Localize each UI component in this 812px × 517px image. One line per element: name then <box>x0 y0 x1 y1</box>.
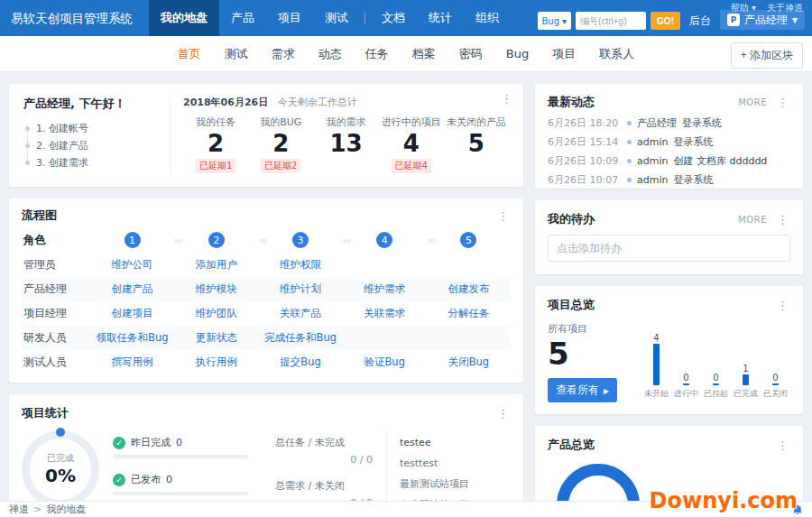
subnav-task[interactable]: 任务 <box>354 36 401 72</box>
card-menu-icon[interactable]: ⋮ <box>775 299 790 312</box>
help-link[interactable]: 帮助 ▾ <box>731 2 756 14</box>
flow-action-link[interactable]: 维护团队 <box>196 307 237 319</box>
flow-action-link[interactable]: 执行用例 <box>196 355 237 368</box>
flow-action-link[interactable]: 提交Bug <box>280 355 320 368</box>
subnav-doc[interactable]: 档案 <box>401 36 448 72</box>
actor-dot-icon <box>627 159 632 163</box>
nav-test[interactable]: 测试 <box>313 0 360 36</box>
card-menu-icon[interactable]: ⋮ <box>499 92 514 106</box>
card-menu-icon[interactable]: ⋮ <box>495 209 511 223</box>
project-list-item[interactable]: 最新测试站项目 <box>400 474 511 494</box>
flow-action-link[interactable]: 创建产品 <box>112 282 153 295</box>
stat-my-stories[interactable]: 我的需求 13 <box>313 115 378 173</box>
news-item[interactable]: 6月26日 18:20 产品经理 登录系统 <box>548 114 790 133</box>
subnav-project[interactable]: 项目 <box>540 36 587 72</box>
nav-project[interactable]: 项目 <box>266 0 313 36</box>
card-menu-icon[interactable]: ⋮ <box>775 213 790 226</box>
nav-doc[interactable]: 文档 <box>370 0 417 36</box>
flow-action-link[interactable]: 创建项目 <box>112 307 153 319</box>
about-link[interactable]: 关于禅道 <box>767 2 803 14</box>
chart-bar-done: 1 已完成 <box>731 364 761 400</box>
subnav-password[interactable]: 密码 <box>448 36 494 72</box>
flow-action-link[interactable]: 撰写用例 <box>112 355 153 368</box>
subnav-story[interactable]: 需求 <box>260 36 307 72</box>
flow-action-link[interactable]: 关联产品 <box>280 307 321 319</box>
completion-donut-chart: 已完成 0% <box>22 430 99 508</box>
ratio-label: 总需求 / 未关闭 <box>275 479 373 493</box>
flow-action-link[interactable]: 添加用户 <box>196 258 237 271</box>
subnav-dynamic[interactable]: 动态 <box>307 36 354 72</box>
add-block-button[interactable]: + 添加区块 <box>731 42 803 69</box>
bar-value: 0 <box>713 373 718 383</box>
nav-stats[interactable]: 统计 <box>417 0 464 36</box>
news-action: 登录系统 <box>673 133 713 152</box>
breadcrumb-separator: > <box>33 503 42 515</box>
news-item[interactable]: 6月26日 10:07 admin 登录系统 <box>548 171 790 189</box>
go-button[interactable]: GO! <box>651 12 680 30</box>
subnav-home[interactable]: 首页 <box>166 36 213 72</box>
subnav-test[interactable]: 测试 <box>213 36 260 72</box>
project-list-item[interactable]: testtest <box>400 453 511 474</box>
search-input[interactable] <box>576 12 646 30</box>
stat-label: 我的需求 <box>313 115 378 129</box>
flow-action-link[interactable]: 维护公司 <box>112 258 153 271</box>
search-type-select[interactable]: Bug ▾ <box>538 12 572 30</box>
bar-label: 进行中 <box>674 388 698 400</box>
chevron-down-icon: ▾ <box>752 3 756 13</box>
help-label: 帮助 <box>731 3 749 13</box>
step-number-1: 1 <box>125 232 141 248</box>
stat-row: 我的任务 2 已延期1 我的BUG 2 已延期2 我的需求 13 <box>183 115 509 173</box>
overview-summary: 所有项目 5 查看所有 ▸ <box>548 320 641 402</box>
flow-action-link[interactable]: 分解任务 <box>448 307 489 319</box>
nav-my-dashboard[interactable]: 我的地盘 <box>149 0 219 36</box>
view-all-button[interactable]: 查看所有 ▸ <box>548 378 617 402</box>
flow-action-link[interactable]: 维护权限 <box>280 258 321 271</box>
flow-action-link[interactable]: 完成任务和Bug <box>264 331 337 344</box>
news-item[interactable]: 6月26日 10:09 admin 创建 文档库 dddddd <box>548 152 790 171</box>
chevron-down-icon: ▾ <box>562 16 567 26</box>
flow-action-link[interactable]: 领取任务和Bug <box>97 331 169 344</box>
welcome-card: ⋮ 产品经理, 下午好！ 1. 创建帐号 2. 创建产品 3. 创建需求 201… <box>9 84 523 187</box>
step-create-story[interactable]: 3. 创建需求 <box>36 154 157 171</box>
breadcrumb-home[interactable]: 禅道 <box>9 503 29 516</box>
flow-action-link[interactable]: 维护模块 <box>196 282 237 295</box>
news-item[interactable]: 6月26日 15:14 admin 登录系统 <box>548 133 790 152</box>
more-link[interactable]: MORE <box>738 97 767 107</box>
card-menu-icon[interactable]: ⋮ <box>775 96 790 109</box>
card-menu-icon[interactable]: ⋮ <box>775 439 790 452</box>
add-block-label: 添加区块 <box>750 49 793 61</box>
breadcrumb-current: 我的地盘 <box>46 503 86 516</box>
all-projects-count: 5 <box>548 336 641 372</box>
flow-action-link[interactable]: 验证Bug <box>364 355 404 368</box>
card-title: 产品总览 <box>548 437 595 453</box>
stat-active-projects[interactable]: 进行中的项目 4 已延期4 <box>379 115 444 173</box>
flow-action-link[interactable]: 更新状态 <box>196 331 237 344</box>
add-todo-input[interactable] <box>548 235 790 262</box>
metric-finished-yesterday: ✓ 昨日完成 0 <box>113 436 262 458</box>
flow-action-link[interactable]: 创建发布 <box>448 282 489 295</box>
role-header: 角色 <box>22 233 90 248</box>
step-create-product[interactable]: 2. 创建产品 <box>36 137 157 154</box>
nav-product[interactable]: 产品 <box>219 0 266 36</box>
progress-dot-icon <box>56 428 65 437</box>
stat-label: 我的任务 <box>183 115 248 129</box>
admin-link[interactable]: 后台 <box>685 12 715 30</box>
card-menu-icon[interactable]: ⋮ <box>495 407 511 420</box>
step-number-5: 5 <box>460 232 476 248</box>
stat-my-tasks[interactable]: 我的任务 2 已延期1 <box>183 115 248 173</box>
subnav-bug[interactable]: Bug <box>494 36 540 72</box>
step-create-account[interactable]: 1. 创建帐号 <box>36 120 157 137</box>
more-link[interactable]: MORE <box>738 215 767 225</box>
subnav-contacts[interactable]: 联系人 <box>587 36 646 72</box>
stat-label: 进行中的项目 <box>379 115 444 129</box>
project-list-item[interactable]: testee <box>400 432 511 453</box>
nav-org[interactable]: 组织 <box>464 0 511 36</box>
metric-label: 已发布 <box>131 473 161 486</box>
stat-open-products[interactable]: 未关闭的产品 5 <box>444 115 509 173</box>
actor-dot-icon <box>627 178 632 182</box>
flow-action-link[interactable]: 维护计划 <box>280 282 321 295</box>
stat-my-bugs[interactable]: 我的BUG 2 已延期2 <box>248 115 313 173</box>
flow-action-link[interactable]: 关联需求 <box>364 307 405 319</box>
flow-action-link[interactable]: 关闭Bug <box>448 355 489 368</box>
flow-action-link[interactable]: 维护需求 <box>364 282 405 295</box>
